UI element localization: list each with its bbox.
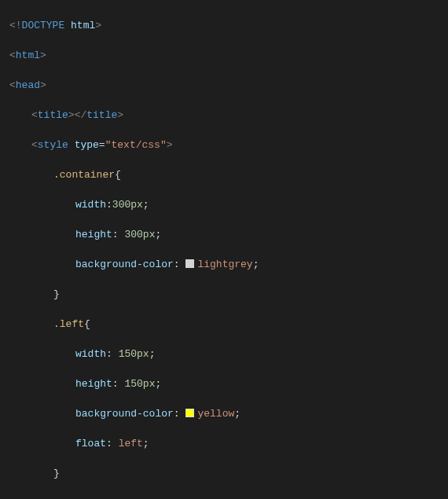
- code-line: background-color: yellow;: [9, 406, 448, 421]
- code-line: .right{: [9, 496, 448, 499]
- code-line: height: 150px;: [9, 376, 448, 391]
- code-line: <style type="text/css">: [9, 138, 448, 152]
- color-swatch-yellow: [185, 409, 194, 417]
- code-line: <html>: [9, 48, 448, 63]
- code-line: height: 300px;: [9, 227, 448, 242]
- code-line: <title></title>: [9, 108, 448, 123]
- code-line: width: 150px;: [9, 347, 448, 361]
- code-editor[interactable]: <!DOCTYPE html> <html> <head> <title></t…: [0, 0, 448, 499]
- code-line: background-color: lightgrey;: [9, 257, 448, 272]
- code-line: .container{: [9, 167, 448, 182]
- code-line: <head>: [9, 78, 448, 93]
- code-line: width:300px;: [9, 197, 448, 212]
- color-swatch-lightgrey: [185, 259, 194, 268]
- code-line: <!DOCTYPE html>: [9, 18, 448, 33]
- code-line: }: [9, 287, 448, 302]
- code-line: .left{: [9, 317, 448, 332]
- code-line: }: [9, 466, 448, 481]
- code-line: float: left;: [9, 436, 448, 451]
